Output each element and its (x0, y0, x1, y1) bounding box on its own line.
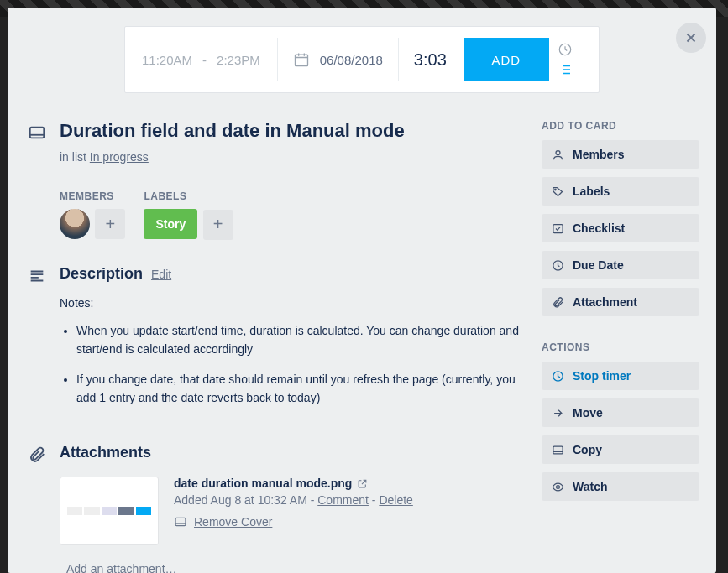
add-attachment-link[interactable]: Add an attachment… (66, 562, 177, 573)
tag-icon (552, 185, 564, 198)
description-bullet: If you change date, that date should rem… (76, 371, 526, 407)
attachment-name[interactable]: date duration manual mode.png (174, 477, 352, 490)
add-label-button[interactable]: + (203, 210, 233, 240)
attachments-icon (28, 445, 48, 573)
description-heading: Description (60, 265, 143, 283)
sidebar-duedate-button[interactable]: Due Date (542, 251, 699, 279)
svg-point-10 (557, 485, 560, 488)
svg-rect-0 (295, 55, 307, 65)
svg-rect-2 (30, 128, 45, 138)
external-link-icon[interactable] (357, 478, 368, 489)
checklist-icon (552, 222, 564, 235)
card-icon (174, 515, 187, 529)
stoptimer-icon (552, 370, 564, 383)
sidebar-attachment-button[interactable]: Attachment (542, 288, 699, 316)
timer-bar: 11:20AM - 2:23PM 06/08/2018 3:03 ADD (124, 26, 600, 93)
svg-rect-6 (553, 224, 563, 232)
list-info: in list In progress (60, 150, 526, 164)
close-icon (683, 30, 699, 45)
paperclip-icon (552, 296, 564, 309)
calendar-icon (293, 51, 310, 68)
members-heading: MEMBERS (60, 190, 125, 202)
sidebar-members-button[interactable]: Members (542, 140, 699, 169)
attachments-heading: Attachments (60, 444, 526, 461)
clock-icon[interactable] (558, 42, 573, 57)
list-link[interactable]: In progress (90, 150, 149, 164)
sidebar-checklist-button[interactable]: Checklist (542, 214, 699, 242)
timer-separator: - (202, 53, 207, 67)
timer-start-time[interactable]: 11:20AM (142, 53, 192, 67)
label-story[interactable]: Story (144, 209, 197, 239)
watch-button[interactable]: Watch (542, 472, 699, 501)
clock-icon (552, 259, 564, 272)
move-button[interactable]: Move (542, 398, 699, 427)
timer-end-time[interactable]: 2:23PM (217, 53, 260, 67)
attachment-delete-link[interactable]: Delete (379, 493, 412, 507)
actions-heading: ACTIONS (542, 341, 699, 353)
description-edit-link[interactable]: Edit (151, 268, 171, 281)
add-member-button[interactable]: + (95, 209, 125, 239)
svg-rect-9 (553, 446, 563, 454)
attachment-item: date duration manual mode.png Added Aug … (60, 477, 526, 545)
attachment-thumbnail[interactable] (60, 477, 159, 545)
arrow-right-icon (552, 407, 564, 419)
card-icon (28, 123, 48, 145)
description-icon (28, 267, 48, 419)
svg-rect-3 (175, 518, 186, 526)
timer-add-button[interactable]: ADD (464, 38, 549, 81)
user-icon (552, 148, 564, 161)
attachment-comment-link[interactable]: Comment (317, 493, 369, 507)
labels-heading: LABELS (144, 190, 233, 202)
timer-duration[interactable]: 3:03 (399, 50, 462, 70)
timer-date-value[interactable]: 06/08/2018 (320, 53, 383, 67)
card-title[interactable]: Duration field and date in Manual mode (60, 120, 405, 142)
attachment-added-text: Added Aug 8 at 10:32 AM - (174, 493, 317, 507)
close-button[interactable] (676, 23, 706, 53)
card-icon (552, 444, 564, 456)
add-to-card-heading: ADD TO CARD (542, 120, 699, 132)
card-modal: 11:20AM - 2:23PM 06/08/2018 3:03 ADD Dur… (8, 8, 716, 573)
list-icon[interactable] (558, 62, 573, 77)
svg-point-4 (556, 150, 560, 154)
remove-cover-link[interactable]: Remove Cover (174, 515, 526, 529)
stop-timer-button[interactable]: Stop timer (542, 362, 699, 390)
notes-label: Notes: (60, 294, 526, 313)
description-body[interactable]: Notes: When you update start/end time, d… (60, 294, 526, 407)
svg-point-5 (555, 189, 557, 190)
copy-button[interactable]: Copy (542, 435, 699, 464)
member-avatar[interactable] (60, 209, 90, 239)
eye-icon (552, 481, 564, 493)
description-bullet: When you update start/end time, duration… (76, 322, 526, 358)
sidebar-labels-button[interactable]: Labels (542, 177, 699, 206)
